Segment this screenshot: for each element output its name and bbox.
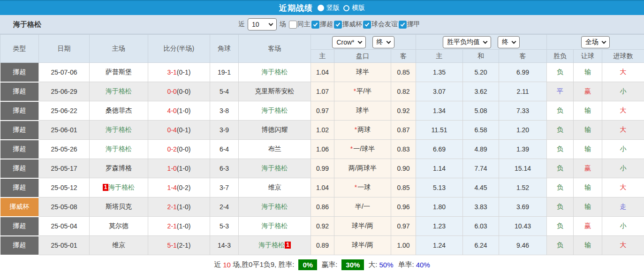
home-team[interactable]: 海于格松 <box>90 140 148 159</box>
team-link[interactable]: 博德闪耀 <box>262 126 288 133</box>
team-link[interactable]: 克里斯蒂安松 <box>255 87 295 95</box>
away-team[interactable]: 克里斯蒂安松 <box>239 82 311 101</box>
europe-odds-home: 5.13 <box>416 178 463 197</box>
match-type: 挪超 <box>0 178 39 197</box>
away-team[interactable]: 海于格松 <box>239 101 311 121</box>
away-team[interactable]: 海于格松 <box>239 63 311 82</box>
radio-horizontal-layout[interactable]: 横版 <box>343 4 365 12</box>
team-link[interactable]: 海于格松 <box>262 68 288 76</box>
europe-odds-away: 3.69 <box>499 197 547 217</box>
team-link[interactable]: 斯塔贝克 <box>106 203 132 210</box>
team-link[interactable]: 莫尔德 <box>109 222 129 229</box>
filter-checkbox-label[interactable]: 挪甲 <box>407 20 420 29</box>
team-link[interactable]: 维京 <box>112 241 125 249</box>
radio-unselected-icon[interactable] <box>343 5 349 11</box>
table-row: 挪威杯 25-05-08 斯塔贝克 2-1(1-0) 2-4 海于格松 0.86… <box>0 197 644 217</box>
filter-checkbox-3[interactable]: 球会友谊 <box>363 20 398 29</box>
match-score: 0-2(0-0) <box>148 140 210 159</box>
scope-select[interactable]: 全场 <box>581 36 610 48</box>
asian-odds-home: 1.04 <box>311 63 334 82</box>
match-date: 25-05-08 <box>39 197 90 217</box>
team-link[interactable]: 海于格松 <box>262 164 288 172</box>
filter-bar: 海于格松 近 10 场 同主挪超挪威杯球会友谊挪甲 <box>0 15 644 34</box>
odds-company-value: Crow* <box>336 38 354 46</box>
radio-vertical-label[interactable]: 竖版 <box>326 4 340 12</box>
team-link[interactable]: 罗森博格 <box>106 164 132 172</box>
match-score: 0-0(0-0) <box>148 82 210 101</box>
match-score: 5-1(2-1) <box>148 236 210 255</box>
radio-vertical-layout[interactable]: 竖版 <box>318 4 340 12</box>
team-link[interactable]: 布兰 <box>268 145 281 152</box>
match-type: 挪超 <box>0 121 39 140</box>
team-link[interactable]: 萨普斯堡 <box>106 68 132 76</box>
odds-time-select[interactable]: 终 <box>372 36 394 48</box>
home-team[interactable]: 萨普斯堡 <box>90 63 148 82</box>
filter-checkbox-label[interactable]: 挪威杯 <box>342 20 362 29</box>
filter-checkbox-4[interactable]: 挪甲 <box>399 20 420 29</box>
team-link[interactable]: 海于格松 <box>106 126 132 133</box>
asian-odds-away: 0.87 <box>391 121 416 140</box>
checkbox-checked-icon[interactable] <box>399 21 407 29</box>
filter-checkbox-1[interactable]: 挪超 <box>311 20 333 29</box>
rounds-select[interactable]: 10 <box>248 18 277 30</box>
table-row: 挪超 25-06-29 海于格松 0-0(0-0) 5-4 克里斯蒂安松 1.0… <box>0 82 644 101</box>
rounds-select-value: 10 <box>252 21 259 28</box>
team-link[interactable]: 海于格松 <box>108 183 135 191</box>
corner-score: 5-3 <box>210 217 239 236</box>
europe-time-value: 终 <box>502 38 508 46</box>
corner-score: 14-3 <box>210 236 239 255</box>
team-link[interactable]: 海于格松 <box>262 222 288 229</box>
checkmark-icon <box>336 22 341 26</box>
home-team[interactable]: 维京 <box>90 236 148 255</box>
away-team[interactable]: 维京 <box>239 178 311 197</box>
team-link[interactable]: 维京 <box>268 183 281 191</box>
home-team[interactable]: 海于格松 <box>90 121 148 140</box>
team-link[interactable]: 桑德菲杰 <box>106 106 132 114</box>
checkbox-checked-icon[interactable] <box>311 21 319 29</box>
team-link[interactable]: 海于格松 <box>262 203 288 210</box>
home-team[interactable]: 斯塔贝克 <box>90 197 148 217</box>
asian-odds-away: 0.92 <box>391 101 416 121</box>
filter-checkbox-label[interactable]: 球会友谊 <box>371 20 398 29</box>
away-team[interactable]: 海于格松 <box>239 197 311 217</box>
team-link[interactable]: 海于格松 <box>106 87 132 95</box>
away-team[interactable]: 布兰 <box>239 140 311 159</box>
checkbox-checked-icon[interactable] <box>334 21 342 29</box>
subcol-result-handicap: 让球 <box>574 50 602 63</box>
filter-controls: 近 10 场 同主挪超挪威杯球会友谊挪甲 <box>238 18 420 30</box>
team-link[interactable]: 海于格松 <box>106 145 132 152</box>
away-team[interactable]: 海于格松 <box>239 217 311 236</box>
europe-time-select[interactable]: 终 <box>498 36 520 48</box>
europe-odds-draw: 4.89 <box>463 140 499 159</box>
filter-checkbox-0[interactable]: 同主 <box>289 20 311 29</box>
checkbox-unchecked-icon[interactable] <box>289 21 297 29</box>
home-team[interactable]: 桑德菲杰 <box>90 101 148 121</box>
away-team[interactable]: 海于格松 <box>239 159 311 178</box>
team-link[interactable]: 海于格松 <box>258 241 285 249</box>
home-team[interactable]: 1海于格松 <box>90 178 148 197</box>
team-link[interactable]: 海于格松 <box>262 106 288 114</box>
home-team[interactable]: 莫尔德 <box>90 217 148 236</box>
europe-odds-home: 1.24 <box>416 236 463 255</box>
europe-company-select[interactable]: 胜平负均值 <box>443 36 491 48</box>
chevron-down-icon <box>386 39 391 44</box>
europe-odds-home: 1.80 <box>416 197 463 217</box>
scope-select-value: 全场 <box>585 38 599 46</box>
filter-checkbox-label[interactable]: 同主 <box>297 20 311 29</box>
col-header-corner: 角球 <box>210 35 239 63</box>
home-team[interactable]: 海于格松 <box>90 82 148 101</box>
checkbox-checked-icon[interactable] <box>363 21 371 29</box>
odds-company-select[interactable]: Crow* <box>332 36 365 48</box>
asian-odds-home: 0.89 <box>311 236 334 255</box>
away-team[interactable]: 博德闪耀 <box>239 121 311 140</box>
away-team[interactable]: 海于格松1 <box>239 236 311 255</box>
filter-checkbox-label[interactable]: 挪超 <box>320 20 333 29</box>
filter-checkbox-2[interactable]: 挪威杯 <box>334 20 362 29</box>
radio-horizontal-label[interactable]: 横版 <box>352 4 365 12</box>
home-team[interactable]: 罗森博格 <box>90 159 148 178</box>
topbar: 近期战绩 竖版 横版 <box>0 0 644 15</box>
europe-odds-header: 胜平负均值 终 <box>416 35 547 50</box>
profitrate-badge: 30% <box>341 259 364 270</box>
asian-handicap: *两球 <box>334 121 391 140</box>
radio-selected-icon[interactable] <box>318 5 324 11</box>
